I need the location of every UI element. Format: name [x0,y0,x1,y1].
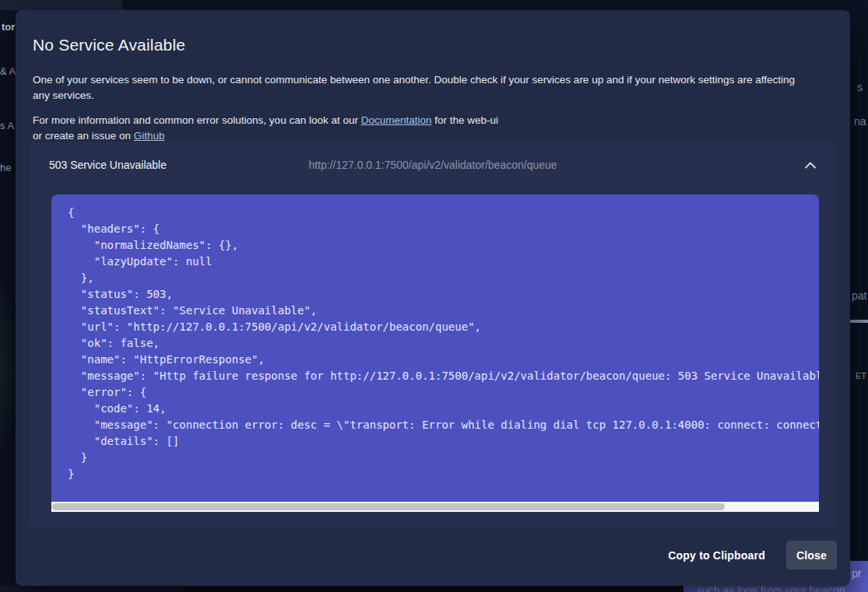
no-service-dialog: No Service Available One of your service… [16,10,850,586]
background-panel-fragment [0,586,183,592]
scrollbar-thumb[interactable] [52,503,725,510]
background-text-fragment: pat [852,289,866,302]
description-line: One of your services seem to be down, or… [33,72,795,88]
background-topbar-fragment [0,0,122,10]
close-button[interactable]: Close [786,541,837,569]
help-text: or create an issue on [33,130,134,142]
background-text-fragment: ET [856,371,866,380]
help-text: for the web-ui [432,114,499,126]
chevron-up-icon[interactable] [804,161,817,170]
error-expansion-panel: 503 Service Unavailable http://127.0.0.1… [30,142,835,527]
background-text-fragment: s [857,81,863,93]
error-panel-header[interactable]: 503 Service Unavailable http://127.0.0.1… [30,142,835,187]
help-text: For more information and common error so… [33,114,361,126]
documentation-link[interactable]: Documentation [361,114,432,126]
sidebar-item-fragment: tor [2,21,15,33]
help-line: or create an issue on Github [33,128,498,144]
copy-to-clipboard-button[interactable]: Copy to Clipboard [666,542,767,569]
sidebar-item-fragment: he [0,162,11,173]
horizontal-scrollbar[interactable] [51,502,819,512]
dialog-help-text: For more information and common error so… [33,113,498,144]
dialog-title: No Service Available [33,36,185,54]
app-window: tor & A s A he s na pat ET pr such as lo… [0,0,868,592]
github-link[interactable]: Github [134,130,165,142]
sidebar-item-fragment: s A [0,120,14,131]
dialog-actions: Copy to Clipboard Close [666,541,837,569]
error-status-label: 503 Service Unavailable [49,159,167,171]
error-json-code-block: { "headers": { "normalizedNames": {}, "l… [51,194,819,502]
sidebar-item-fragment: & A [0,65,16,77]
background-divider [850,320,868,323]
description-line: any services. [33,88,795,103]
help-line: For more information and common error so… [33,113,498,128]
background-text-fragment: na [854,115,866,128]
dialog-description: One of your services seem to be down, or… [33,72,795,103]
